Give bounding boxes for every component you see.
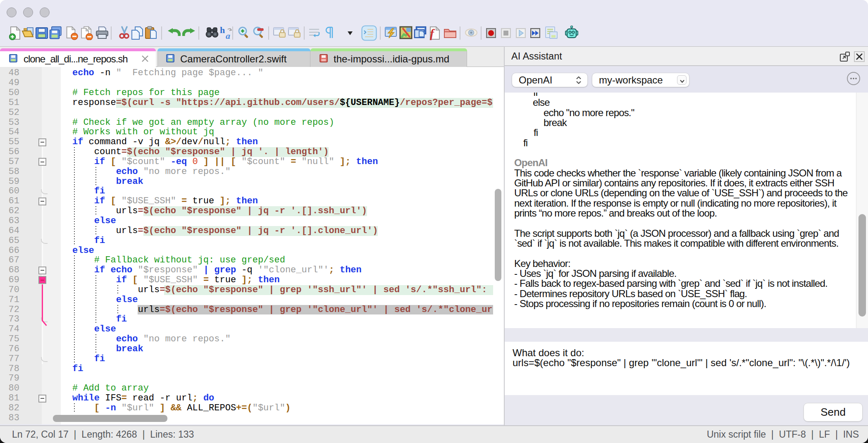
- svg-text:a: a: [226, 31, 230, 40]
- svg-text:h: h: [220, 26, 225, 35]
